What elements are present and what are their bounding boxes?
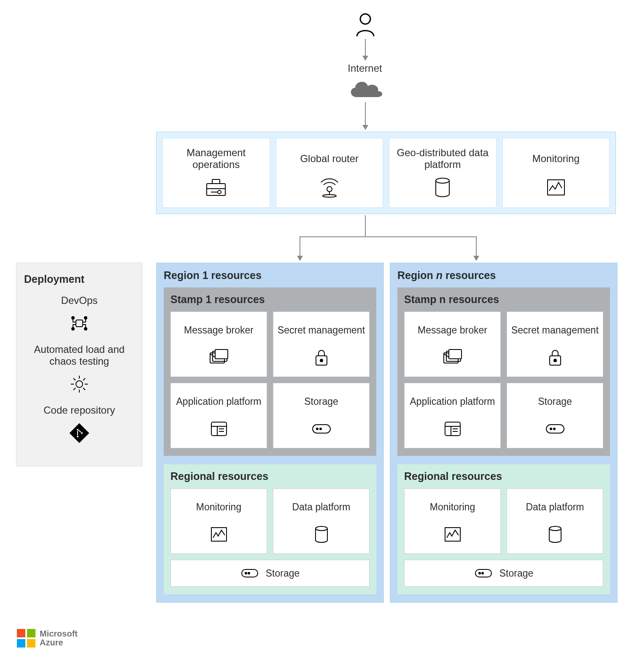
storage-label: Storage [304,389,338,414]
broker-label: Message broker [184,318,254,342]
drive-icon [474,567,493,580]
geo-data-platform-card: Geo-distributed data platform [389,138,497,208]
global-router-card: Global router [276,138,383,208]
arrow [365,39,366,57]
svg-point-32 [320,428,321,430]
svg-point-37 [248,572,250,574]
svg-point-8 [323,195,336,197]
app-label: Application platform [410,389,495,414]
envelope-stack-icon [442,347,464,369]
region-1-panel: Region 1 resources Stamp 1 resources Mes… [156,263,384,603]
application-platform-card: Application platform [404,383,501,448]
connector [300,236,477,237]
microsoft-azure-logo: Microsoft Azure [17,629,78,648]
arrow [365,215,366,236]
testing-item: Automated load and chaos testing [24,344,135,395]
microsoft-logo-icon [17,629,35,648]
svg-point-9 [436,178,449,183]
svg-rect-15 [76,320,83,327]
lock-icon [310,347,332,369]
database-icon [432,176,453,198]
svg-point-19 [76,435,79,438]
testing-label: Automated load and chaos testing [24,344,135,367]
stamp-n-panel: Stamp n resources Message broker Secret … [397,287,610,456]
svg-point-6 [327,187,332,192]
stamp-1-panel: Stamp 1 resources Message broker Secret … [164,287,376,456]
svg-point-55 [482,572,483,574]
brand-text: Microsoft Azure [40,629,78,647]
svg-point-49 [550,428,552,430]
arrow-head-icon [473,256,479,261]
data-label: Data platform [292,495,350,519]
svg-point-16 [76,381,83,387]
svg-point-50 [553,428,555,430]
arrow-head-icon [362,125,368,130]
storage-card: Storage [273,383,370,448]
region-n-panel: Region n resources Stamp n resources Mes… [390,263,618,603]
arrow [365,102,366,126]
secret-management-card: Secret management [507,312,603,377]
regional-title: Regional resources [404,470,603,482]
cloud-icon [346,76,385,103]
deployment-title: Deployment [24,273,135,285]
user-icon [354,13,376,39]
svg-point-13 [72,328,74,330]
drive-icon [240,567,259,580]
devops-label: DevOps [61,295,98,306]
app-label: Application platform [176,389,262,414]
svg-point-52 [549,526,561,531]
envelope-stack-icon [208,347,230,369]
region1-title: Region 1 resources [164,269,376,282]
message-broker-card: Message broker [170,312,267,377]
regional-monitoring-card: Monitoring [404,488,501,554]
broker-label: Message broker [418,318,487,342]
lock-icon [544,347,566,369]
svg-point-11 [72,317,74,319]
regional-resources-panel: Regional resources Monitoring Data platf… [164,464,376,594]
router-icon [318,176,340,198]
toolbox-icon [205,176,227,198]
management-operations-card: Management operations [162,138,270,208]
monitor-chart-icon [208,523,230,545]
management-label: Management operations [167,146,265,171]
arrow [476,236,477,257]
secret-management-card: Secret management [273,312,370,377]
arrow [300,236,300,257]
stamp1-title: Stamp 1 resources [170,293,370,306]
regional-resources-panel: Regional resources Monitoring Data platf… [397,464,610,594]
r-storage-label: Storage [499,568,534,579]
storage-card: Storage [507,383,603,448]
data-platform-card: Data platform [507,488,603,554]
devops-item: DevOps [24,295,135,334]
monitoring-card: Monitoring [502,138,610,208]
svg-point-42 [554,359,556,362]
r-monitoring-label: Monitoring [196,495,241,519]
app-window-icon [208,418,230,440]
database-icon [544,523,566,545]
monitor-chart-icon [545,176,567,198]
r-storage-label: Storage [266,568,300,579]
storage-label: Storage [538,389,572,414]
regional-storage-card: Storage [170,560,370,587]
geo-label: Geo-distributed data platform [394,146,492,171]
svg-point-12 [84,317,87,319]
data-label: Data platform [526,495,584,519]
r-monitoring-label: Monitoring [430,495,475,519]
gear-icon [68,373,90,395]
svg-point-14 [84,328,87,330]
svg-rect-2 [212,179,220,184]
secret-label: Secret management [278,318,365,342]
repo-label: Code repository [43,404,115,416]
arrow-head-icon [362,56,368,61]
git-icon [68,422,90,444]
svg-rect-1 [207,184,225,195]
deployment-panel: Deployment DevOps Automated load and cha… [16,263,143,466]
drive-icon [310,418,332,440]
app-window-icon [442,418,464,440]
message-broker-card: Message broker [404,312,501,377]
svg-point-4 [218,190,221,194]
data-platform-card: Data platform [273,488,370,554]
devops-icon [68,312,90,334]
svg-point-34 [316,526,327,531]
arrow-head-icon [297,256,303,261]
